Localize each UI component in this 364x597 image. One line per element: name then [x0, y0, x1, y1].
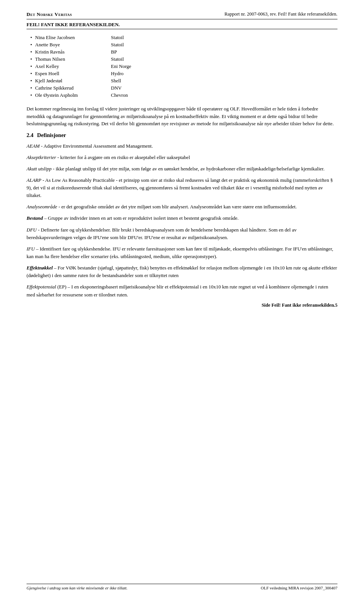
- person-org: Shell: [111, 78, 121, 84]
- list-item: • Thomas Nilsen Statoil: [30, 56, 337, 62]
- people-list: • Nina Elise Jacobsen Statoil • Anette B…: [27, 35, 337, 98]
- intro-paragraph: Det kommer regelmessig inn forslag til v…: [27, 105, 337, 128]
- definition-term: Akseptkriterier - kriterier for å avgjør…: [27, 154, 190, 160]
- definition-ifu: IFU – Identifisert fare og ulykkeshendel…: [27, 245, 337, 260]
- page-number: Side Feil! Fant ikke referansekilden.5: [262, 302, 337, 308]
- title-error-label: Feil!: [27, 22, 40, 27]
- person-org: Hydro: [111, 71, 124, 77]
- list-item: • Kristin Ravnås BP: [30, 49, 337, 55]
- person-name: Thomas Nilsen: [35, 56, 111, 62]
- definition-term: Bestand – Gruppe av individer innen en a…: [27, 215, 238, 221]
- footer-doc-ref: OLF veiledning MIRA revisjon 2007_300407: [261, 586, 337, 590]
- report-label: Rapport nr. 2007-0063, rev.: [224, 11, 277, 17]
- bullet-icon: •: [30, 49, 32, 55]
- bullet-icon: •: [30, 35, 32, 41]
- person-name: Kristin Ravnås: [35, 49, 111, 55]
- definition-akseptkriterier: Akseptkriterier - kriterier for å avgjør…: [27, 154, 337, 161]
- definition-dfu: DFU - Definerte fare og ulykkeshendelser…: [27, 226, 337, 241]
- bullet-icon: •: [30, 92, 32, 98]
- definition-term: DFU - Definerte fare og ulykkeshendelser…: [27, 227, 297, 240]
- title-error-line: Feil! Fant ikke referansekilden.: [27, 22, 337, 28]
- page: Det Norske Veritas Rapport nr. 2007-0063…: [0, 0, 364, 597]
- section-heading: 2.4 Definisjoner: [27, 132, 337, 139]
- bullet-icon: •: [30, 63, 32, 69]
- definition-analyseomrade: Analyseområde - er det geografiske områd…: [27, 203, 337, 211]
- person-org: Eni Norge: [111, 63, 132, 69]
- bullet-icon: •: [30, 42, 32, 48]
- person-org: DNV: [111, 85, 122, 91]
- error-divider: [27, 29, 337, 29]
- footer-disclaimer: Gjengivelse i utdrag som kan virke misvi…: [27, 586, 127, 590]
- person-org: Statoil: [111, 35, 124, 41]
- bullet-icon: •: [30, 56, 32, 62]
- title-error-caps: Fant ikke referansekilden.: [41, 22, 120, 27]
- list-item: • Ole Øystein Aspholm Chevron: [30, 92, 337, 98]
- definition-effektpotensial: Effektpotensial (EP) – I en eksponerings…: [27, 283, 337, 298]
- company-name: Det Norske Veritas: [27, 11, 72, 17]
- definition-term: Akutt utslipp - ikke planlagt utslipp ti…: [27, 166, 325, 172]
- definition-effektnoekkel: Effektnøkkel – For VØK bestander (sjøfug…: [27, 264, 337, 279]
- definition-term: Effektpotensial (EP) – I en eksponerings…: [27, 284, 328, 297]
- person-name: Espen Hoell: [35, 71, 111, 77]
- bullet-icon: •: [30, 85, 32, 91]
- definition-term: AEAM - Adaptive Environmental Assessment…: [27, 143, 153, 149]
- person-org: Statoil: [111, 56, 124, 62]
- list-item: • Axel Kelley Eni Norge: [30, 63, 337, 69]
- person-name: Axel Kelley: [35, 63, 111, 69]
- page-number-line: Side Feil! Fant ikke referansekilden.5: [27, 302, 337, 308]
- definition-aeam: AEAM - Adaptive Environmental Assessment…: [27, 142, 337, 150]
- definition-akutt-utslipp: Akutt utslipp - ikke planlagt utslipp ti…: [27, 165, 337, 173]
- bullet-icon: •: [30, 71, 32, 77]
- top-divider: [27, 19, 337, 19]
- person-name: Nina Elise Jacobsen: [35, 35, 111, 41]
- definition-term: Effektnøkkel – For VØK bestander (sjøfug…: [27, 265, 337, 278]
- section-number: 2.4: [27, 132, 33, 138]
- person-org: BP: [111, 49, 117, 55]
- definition-alarp: ALARP - As Low As Reasonably Practicable…: [27, 176, 337, 199]
- list-item: • Nina Elise Jacobsen Statoil: [30, 35, 337, 41]
- report-info: Rapport nr. 2007-0063, rev. Feil! Fant i…: [224, 11, 337, 17]
- definition-term: IFU – Identifisert fare og ulykkeshendel…: [27, 246, 333, 259]
- definition-term: ALARP - As Low As Reasonably Practicable…: [27, 177, 333, 198]
- section-title: Definisjoner: [37, 132, 66, 138]
- page-footer: Gjengivelse i utdrag som kan virke misvi…: [27, 584, 337, 590]
- list-item: • Espen Hoell Hydro: [30, 71, 337, 77]
- person-name: Cathrine Spikkerud: [35, 85, 111, 91]
- title-error-text: Fant ikke referansekilden.: [41, 22, 120, 27]
- list-item: • Kjell Jødestøl Shell: [30, 78, 337, 84]
- page-header: Det Norske Veritas Rapport nr. 2007-0063…: [27, 11, 337, 17]
- person-org: Chevron: [111, 92, 128, 98]
- report-error: Feil! Fant ikke referansekilden.: [278, 11, 337, 17]
- list-item: • Anette Boye Statoil: [30, 42, 337, 48]
- person-name: Kjell Jødestøl: [35, 78, 111, 84]
- definition-term: Analyseområde - er det geografiske områd…: [27, 204, 297, 210]
- definition-bestand: Bestand – Gruppe av individer innen en a…: [27, 214, 337, 222]
- bullet-icon: •: [30, 78, 32, 84]
- list-item: • Cathrine Spikkerud DNV: [30, 85, 337, 91]
- person-name: Anette Boye: [35, 42, 111, 48]
- person-name: Ole Øystein Aspholm: [35, 92, 111, 98]
- person-org: Statoil: [111, 42, 124, 48]
